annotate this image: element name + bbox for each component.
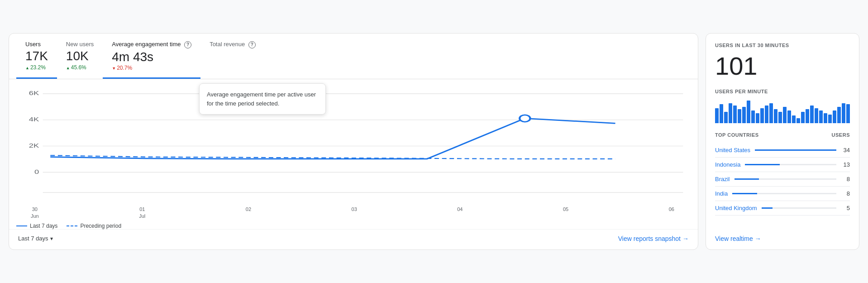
legend-last-7-days: Last 7 days (16, 223, 57, 229)
x-axis-labels: 30Jun 01Jul 02 03 04 05 06 (9, 206, 698, 219)
dashboard-container: Users 17K 23.2% New users 10K 45.6% Aver… (9, 33, 859, 250)
country-row: Brazil8 (715, 172, 850, 187)
users-value: 17K (25, 49, 48, 63)
country-bar-fill (762, 207, 773, 209)
tab-avg-engagement[interactable]: Average engagement time ? 4m 43s 20.7% (103, 34, 200, 79)
x-label-01jul: 01Jul (139, 206, 145, 219)
country-users: 34 (841, 147, 850, 153)
total-revenue-help-icon[interactable]: ? (248, 41, 256, 48)
bar-item (837, 107, 841, 123)
bar-item (715, 108, 719, 123)
bar-item (842, 103, 845, 123)
bar-item (819, 110, 823, 123)
realtime-user-count: 101 (715, 53, 850, 79)
country-name[interactable]: United States (715, 147, 750, 153)
x-label-02: 02 (246, 206, 251, 219)
svg-text:6K: 6K (29, 91, 39, 96)
country-users: 13 (841, 161, 850, 168)
country-bar-fill (734, 178, 759, 180)
country-name[interactable]: United Kingdom (715, 205, 757, 211)
bar-item (724, 112, 728, 123)
svg-text:2K: 2K (29, 143, 39, 149)
bar-item (833, 110, 836, 123)
date-range-selector[interactable]: Last 7 days ▾ (18, 235, 53, 242)
country-users: 5 (841, 205, 850, 211)
country-name[interactable]: Brazil (715, 176, 730, 182)
avg-engagement-change: 20.7% (112, 65, 191, 71)
users-change: 23.2% (25, 64, 48, 71)
country-users: 8 (841, 176, 850, 182)
tab-users[interactable]: Users 17K 23.2% (16, 34, 57, 79)
bar-item (756, 113, 759, 123)
country-bar-wrap (762, 207, 837, 209)
chart-data-point (520, 115, 530, 122)
svg-text:0: 0 (34, 169, 39, 175)
new-users-label: New users (66, 41, 94, 48)
view-reports-snapshot-link[interactable]: View reports snapshot → (618, 235, 689, 242)
avg-engagement-label: Average engagement time ? (112, 41, 191, 48)
bar-item (729, 103, 732, 123)
x-label-30jun: 30Jun (31, 206, 39, 219)
country-row: United Kingdom5 (715, 201, 850, 216)
users-per-minute-chart (715, 101, 850, 123)
x-label-06: 06 (669, 206, 674, 219)
country-row: United States34 (715, 143, 850, 158)
arrow-right-icon: → (682, 235, 689, 242)
line-chart: 6K 4K 2K 0 (13, 84, 691, 202)
bar-item (787, 110, 791, 123)
users-label: Users (25, 41, 48, 48)
country-bar-fill (755, 149, 836, 151)
avg-engagement-arrow-down-icon (112, 65, 116, 71)
tab-total-revenue[interactable]: Total revenue ? (200, 34, 265, 79)
bar-item (810, 106, 814, 123)
country-bar-wrap (734, 178, 836, 180)
bar-item (828, 115, 832, 123)
realtime-arrow-right-icon: → (755, 235, 761, 242)
bar-item (815, 108, 818, 123)
bar-item (824, 113, 827, 123)
tab-new-users[interactable]: New users 10K 45.6% (57, 34, 103, 79)
legend-preceding-period: Preceding period (67, 223, 121, 229)
country-name[interactable]: India (715, 190, 728, 197)
last-7-days-line (50, 119, 615, 159)
legend-dashed-line-icon (67, 225, 77, 226)
countries-list: United States34Indonesia13Brazil8India8U… (715, 143, 850, 216)
country-bar-fill (732, 193, 757, 194)
bar-item (783, 107, 787, 123)
bar-item (769, 103, 773, 123)
bar-item (742, 107, 746, 123)
avg-engagement-help-icon[interactable]: ? (184, 41, 191, 48)
bar-item (738, 109, 741, 123)
x-label-04: 04 (457, 206, 463, 219)
users-per-minute-label: USERS PER MINUTE (715, 89, 850, 94)
new-users-arrow-up-icon (66, 64, 70, 71)
view-realtime-link[interactable]: View realtime → (715, 235, 850, 242)
bar-item (720, 104, 723, 123)
country-bar-wrap (732, 193, 836, 194)
users-arrow-up-icon (25, 64, 29, 71)
bar-item (806, 109, 809, 123)
country-users: 8 (841, 190, 850, 197)
legend-solid-line-icon (16, 225, 27, 226)
country-bar-wrap (745, 164, 836, 165)
realtime-footer: View realtime → (715, 230, 850, 242)
x-label-03: 03 (352, 206, 357, 219)
bar-item (760, 108, 764, 123)
countries-header: TOP COUNTRIES USERS (715, 132, 850, 138)
bar-item (751, 110, 755, 123)
country-row: India8 (715, 187, 850, 201)
engagement-tooltip: Average engagement time per active user … (199, 83, 326, 115)
chevron-down-icon: ▾ (50, 235, 53, 242)
new-users-change: 45.6% (66, 64, 94, 71)
realtime-section-label: USERS IN LAST 30 MINUTES (715, 43, 850, 48)
bar-item (801, 112, 805, 123)
bar-item (846, 104, 850, 123)
card-footer: Last 7 days ▾ View reports snapshot → (9, 229, 698, 249)
country-bar-wrap (755, 149, 836, 151)
bar-item (796, 118, 800, 123)
country-name[interactable]: Indonesia (715, 161, 740, 168)
total-revenue-label: Total revenue ? (210, 41, 256, 48)
realtime-card: USERS IN LAST 30 MINUTES 101 USERS PER M… (706, 33, 859, 250)
bar-item (765, 106, 768, 123)
avg-engagement-value: 4m 43s (112, 50, 191, 64)
